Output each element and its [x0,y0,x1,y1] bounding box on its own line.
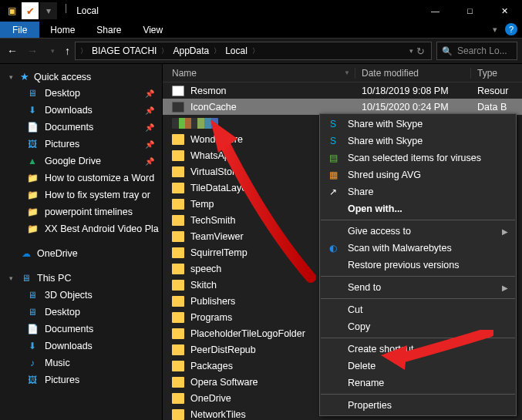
menu-label: Copy [348,321,370,332]
menu-item[interactable]: Rename [320,375,516,391]
col-type[interactable]: Type [471,68,497,79]
file-icon [172,280,184,291]
menu-item[interactable]: Give access to▶ [320,223,516,240]
gd-icon: ▲ [26,155,39,167]
menu-item[interactable]: SShare with Skype [320,116,516,133]
menu-label: Create shortcut [348,344,413,354]
sidebar-item-label: Downloads [45,105,93,116]
menu-item[interactable]: ↗Share [320,183,516,200]
close-button[interactable]: ✕ [487,0,522,22]
menu-icon: ▤ [326,153,340,163]
sidebar-label: Quick access [34,72,91,82]
file-tab[interactable]: File [0,22,39,38]
sidebar-label: This PC [37,273,71,284]
sidebar-item[interactable]: ▲Google Drive📌 [0,153,162,170]
sidebar-item[interactable]: 🖥Desktop [0,304,162,321]
sidebar-item[interactable]: 📄Documents [0,321,162,338]
sidebar-item[interactable]: 📄Documents📌 [0,119,162,136]
file-name: Skitch [190,280,217,291]
file-name: Publishers [190,296,235,307]
sidebar-item-label: Downloads [45,341,93,351]
sidebar-item[interactable]: 📁powerpoint timelines [0,203,162,220]
mus-icon: ♪ [26,357,39,369]
sidebar-item[interactable]: ♪Music [0,354,162,371]
fld-icon: 📁 [26,223,39,235]
sidebar-item-label: Music [45,358,70,368]
menu-label: Open with... [348,203,402,214]
menu-item[interactable]: Send to▶ [320,279,516,296]
pin-icon: 📌 [145,89,157,98]
menu-icon: ◐ [326,243,340,254]
menu-item[interactable]: Open with... [320,200,516,217]
sidebar-item[interactable]: 🖼Pictures📌 [0,136,162,153]
file-name: WhatsApp [190,150,235,161]
menu-item[interactable]: Delete [320,358,516,375]
history-dropdown[interactable]: ▾ [45,47,60,55]
help-icon[interactable]: ? [505,23,517,35]
sidebar-item-label: Google Drive [45,156,101,166]
sidebar-item[interactable]: 🖼Pictures [0,371,162,388]
sidebar-item-label: Desktop [45,307,80,318]
breadcrumb[interactable]: Local [222,45,251,56]
sidebar-item-label: Documents [45,324,93,334]
search-icon: 🔍 [442,46,453,56]
menu-item[interactable]: Create shortcut [320,341,516,358]
sidebar-item[interactable]: ⬇Downloads📌 [0,102,162,119]
table-row[interactable]: IconCache10/15/2020 0:24 PMData B [163,99,522,115]
tab-home[interactable]: Home [39,22,86,38]
up-button[interactable]: ↑ [65,45,70,57]
menu-item[interactable]: Copy [320,318,516,335]
sidebar-item[interactable]: 🖥3D Objects [0,287,162,304]
column-headers[interactable]: Name▼ Date modified Type [163,64,522,82]
pin-icon: 📌 [145,123,157,132]
quick-access-header[interactable]: ▾★ Quick access [0,69,162,85]
folder-icon: ▣ [3,2,20,19]
refresh-button[interactable]: ↻ [413,45,428,57]
menu-item[interactable]: Cut [320,301,516,318]
maximize-button[interactable]: □ [453,0,487,22]
pin-icon: 📌 [145,106,157,115]
breadcrumb[interactable]: AppData [170,45,212,56]
file-icon [172,409,184,420]
file-icon [172,118,218,129]
doc-icon: 📄 [26,121,39,133]
file-icon [172,102,184,113]
breadcrumb[interactable]: BIAGE OTACHI [89,45,160,56]
sidebar-item[interactable]: ⬇Downloads [0,338,162,354]
col-name[interactable]: Name [172,68,197,79]
forward-button[interactable]: → [25,45,40,57]
minimize-button[interactable]: ― [418,0,453,22]
menu-item[interactable]: ◐Scan with Malwarebytes [320,240,516,257]
back-button[interactable]: ← [5,45,20,57]
menu-item[interactable]: ▦Shred using AVG [320,166,516,183]
sidebar-item-label: powerpoint timelines [45,207,133,217]
address-bar[interactable]: 〉 BIAGE OTACHI 〉 AppData 〉 Local 〉 ▾ ↻ [75,42,432,60]
search-input[interactable]: 🔍 Search Lo... [436,42,517,60]
file-type: Data B [471,102,507,113]
file-name: Wondersore [190,134,243,145]
sidebar-item[interactable]: 🖥Desktop📌 [0,85,162,102]
sidebar-label: OneDrive [37,248,78,259]
tab-view[interactable]: View [132,22,173,38]
file-name: Resmon [190,86,227,96]
table-row[interactable]: Resmon10/18/2019 9:08 PMResour [163,82,522,99]
sidebar-item[interactable]: 📁How to customize a Word [0,170,162,186]
menu-item[interactable]: Properties [320,397,516,414]
col-date[interactable]: Date modified [355,68,471,79]
file-icon [172,231,184,242]
qat-dropdown[interactable]: ▾ [40,2,57,19]
menu-label: Restore previous versions [348,260,460,270]
tab-share[interactable]: Share [86,22,132,38]
menu-item[interactable]: SShare with Skype [320,133,516,150]
doc-icon: 📄 [26,323,39,335]
menu-icon: ↗ [326,186,340,197]
desk-icon: 🖥 [26,87,39,99]
file-icon [172,150,184,161]
menu-item[interactable]: Restore previous versions [320,257,516,274]
menu-item[interactable]: ▤Scan selected items for viruses [320,150,516,166]
onedrive-header[interactable]: ▾☁ OneDrive [0,245,162,262]
sidebar-item[interactable]: 📁How to fix system tray or [0,186,162,203]
this-pc-header[interactable]: ▾🖥 This PC [0,270,162,287]
sidebar-item[interactable]: 📁XX Best Android Video Pla [0,220,162,237]
ribbon-caret[interactable]: ▾ [493,25,497,35]
